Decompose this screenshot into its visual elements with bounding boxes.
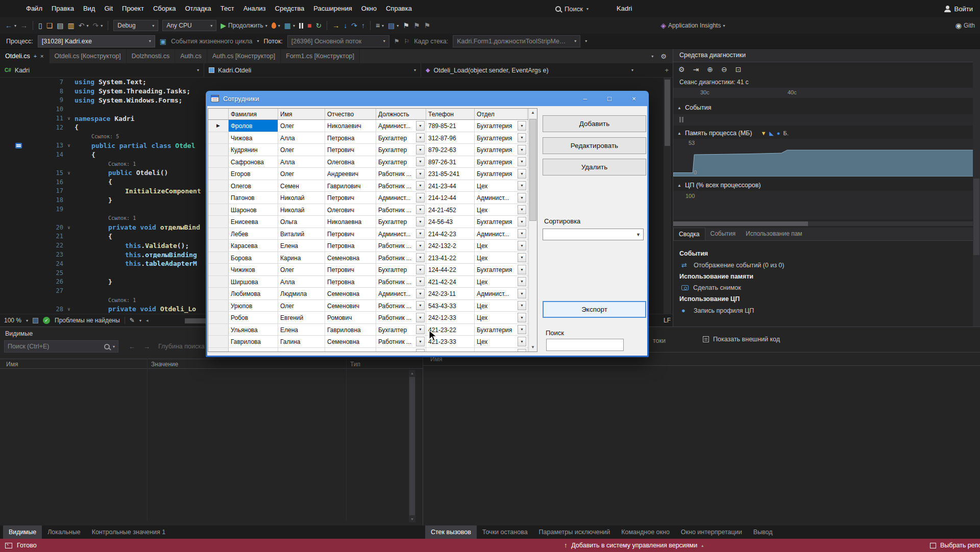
combo-dropdown-icon[interactable]: ▼ (416, 121, 425, 131)
grid-cell[interactable]: Гаврилович (325, 180, 376, 192)
combo-dropdown-icon[interactable]: ▼ (416, 133, 425, 143)
combo-dropdown-icon[interactable]: ▼ (518, 193, 526, 203)
breadcrumb-project[interactable]: C# Kadri ▾ (0, 63, 204, 77)
grid-cell[interactable]: Олег (278, 168, 325, 180)
continue-button[interactable]: ▶Продолжить▾ (220, 22, 267, 29)
grid-cell[interactable]: Цех▼ (475, 180, 528, 192)
menu-item[interactable]: Файл (21, 0, 47, 17)
cpu-section-header[interactable]: ▲ ЦП (% всех процессоров) (677, 182, 761, 189)
grid-column-header[interactable]: Телефон (426, 109, 475, 119)
grid-cell[interactable]: 789-85-21 (426, 120, 475, 132)
combo-dropdown-icon[interactable]: ▼ (416, 253, 425, 263)
grid-cell[interactable]: 879-22-63 (426, 144, 475, 156)
grid-cell[interactable]: Шаронов (229, 204, 278, 216)
close-button[interactable]: × (629, 95, 639, 103)
grid-cell[interactable]: Бухгалтерия▼ (475, 120, 528, 132)
prev-bookmark-button[interactable]: ⚑ (413, 22, 420, 29)
grid-cell[interactable]: Админист...▼ (376, 120, 426, 132)
zoom-out-icon[interactable]: ⊖ (721, 65, 727, 73)
combo-dropdown-icon[interactable]: ▼ (518, 325, 526, 335)
grid-column-header[interactable]: Имя (278, 109, 325, 119)
split-editor-icon[interactable]: + (665, 66, 669, 74)
grid-cell[interactable]: Цех▼ (475, 336, 528, 347)
watch-vertical-scrollbar[interactable]: ▲ ▼ (409, 370, 415, 522)
grid-cell[interactable]: Бухгалтер▼ (376, 324, 426, 336)
scrollbar-thumb[interactable] (529, 119, 536, 221)
grid-cell[interactable]: Бухгалтер▼ (376, 156, 426, 168)
grid-cell[interactable]: Сафронова (229, 156, 278, 168)
grid-cell[interactable]: 242-23-11 (426, 288, 475, 299)
grid-cell[interactable]: 214-42-23 (426, 228, 475, 240)
menu-item[interactable]: Вид (79, 0, 100, 17)
row-header-cell[interactable] (208, 300, 229, 312)
filter-blue-icon[interactable]: ◣ (769, 130, 773, 137)
grid-cell[interactable]: Кудрянин (229, 144, 278, 156)
action-button[interactable]: Удалить (543, 159, 646, 175)
scrollbar-thumb[interactable] (973, 179, 979, 255)
grid-column-header[interactable]: Отдел (475, 109, 528, 119)
dialog-search-input[interactable] (546, 339, 624, 351)
scrollbar-thumb[interactable] (673, 221, 808, 226)
grid-cell[interactable]: Ромович (325, 312, 376, 323)
grid-cell[interactable]: Админист...▼ (376, 192, 426, 204)
select-repository-button[interactable]: Выбрать репозиторий (930, 539, 980, 552)
panel-tab[interactable]: Командное окно (616, 525, 675, 539)
panel-tab[interactable]: Точки останова (477, 525, 533, 539)
diagnostics-tab[interactable]: Сводка (673, 228, 705, 240)
grid-cell[interactable] (229, 348, 278, 353)
step-out-button[interactable]: ↑ (361, 22, 365, 29)
combo-dropdown-icon[interactable]: ▼ (518, 313, 526, 322)
grid-cell[interactable]: 421-42-24 (426, 276, 475, 288)
grid-cell[interactable]: 543-43-33 (426, 300, 475, 312)
summary-action[interactable]: Сделать снимок (681, 284, 967, 291)
grid-cell[interactable]: Цех▼ (475, 252, 528, 264)
grid-cell[interactable]: Алла (278, 276, 325, 288)
hot-reload-button[interactable]: ▾ (272, 22, 280, 29)
grid-cell[interactable]: 24-21-452 (426, 204, 475, 216)
grid-cell[interactable]: Бухгалтерия▼ (475, 264, 528, 275)
menu-item[interactable]: Средства (271, 0, 309, 17)
grid-cell[interactable]: Борова (229, 252, 278, 264)
grid-cell[interactable]: Петровна (325, 240, 376, 252)
undo-button[interactable]: ↶▾ (79, 22, 89, 29)
combo-dropdown-icon[interactable]: ▼ (416, 277, 425, 287)
row-header-cell[interactable] (208, 336, 229, 347)
grid-cell[interactable] (278, 348, 325, 353)
menu-item[interactable]: Тест (216, 0, 239, 17)
panel-tab[interactable]: Параметры исключений (533, 525, 616, 539)
grid-cell[interactable]: Олегов (229, 180, 278, 192)
grid-cell[interactable]: Николай (278, 204, 325, 216)
restart-button[interactable]: ↻ (315, 22, 322, 29)
nav-back-button[interactable]: ←▾ (5, 22, 16, 29)
memory-section-header[interactable]: ▲ Память процесса (МБ) ▼ ◣ ● Б. (677, 130, 789, 137)
row-header-cell[interactable] (208, 288, 229, 299)
breadcrumb-member[interactable]: ◆ Otdeli_Load(object sender, EventArgs e… (421, 63, 638, 77)
grid-cell[interactable]: Карасева (229, 240, 278, 252)
combo-dropdown-icon[interactable]: ▼ (416, 349, 425, 353)
row-header-cell[interactable] (208, 132, 229, 144)
combo-dropdown-icon[interactable]: ▼ (518, 265, 526, 274)
grid-cell[interactable]: Бухгалтерия▼ (475, 156, 528, 168)
combo-dropdown-icon[interactable]: ▼ (518, 181, 526, 191)
combo-dropdown-icon[interactable]: ▼ (416, 205, 425, 215)
grid-cell[interactable]: Петрович (325, 228, 376, 240)
configuration-combo[interactable]: Debug▾ (113, 20, 158, 31)
row-header-cell[interactable] (208, 348, 229, 353)
menu-item[interactable]: Отладка (180, 0, 215, 17)
zoom-in-icon[interactable]: ⊕ (707, 65, 713, 73)
grid-cell[interactable]: Андреевич (325, 168, 376, 180)
document-tab[interactable]: Auth.cs (175, 49, 207, 63)
zoom-level[interactable]: 100 % (4, 317, 21, 324)
grid-cell[interactable]: Урюпов (229, 300, 278, 312)
platform-combo[interactable]: Any CPU▾ (162, 20, 216, 31)
grid-cell[interactable]: Олег (278, 144, 325, 156)
grid-cell[interactable]: 242-132-2 (426, 240, 475, 252)
grid-cell[interactable]: 24-56-43 (426, 216, 475, 228)
combo-dropdown-icon[interactable]: ▼ (518, 301, 526, 311)
editor-vertical-scrollbar[interactable] (664, 78, 671, 314)
step-over-button[interactable]: ↷ (351, 22, 357, 29)
grid-cell[interactable]: 213-41-22 (426, 252, 475, 264)
toolbar-overflow-icon[interactable]: ▾ (585, 39, 587, 43)
grid-cell[interactable]: Бухгалтерия▼ (475, 216, 528, 228)
reset-view-icon[interactable]: ⊡ (736, 65, 742, 73)
